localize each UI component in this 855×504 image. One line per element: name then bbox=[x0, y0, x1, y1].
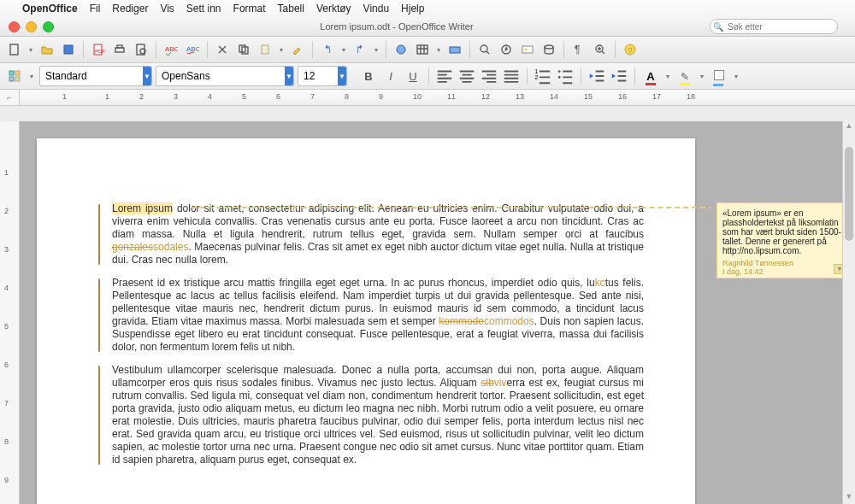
format-paintbrush-button[interactable] bbox=[288, 40, 307, 59]
menu-format[interactable]: Format bbox=[233, 3, 266, 15]
paste-dropdown[interactable]: ▾ bbox=[277, 46, 286, 54]
comment-note[interactable]: «Lorem ipsum» er en plassholdertekst på … bbox=[716, 202, 850, 278]
italic-button[interactable]: I bbox=[381, 67, 400, 85]
print-preview-button[interactable] bbox=[132, 40, 150, 59]
font-color-dropdown[interactable]: ▾ bbox=[663, 73, 672, 80]
datasources-button[interactable] bbox=[540, 40, 558, 59]
increase-indent-button[interactable] bbox=[610, 67, 628, 85]
find-button[interactable] bbox=[475, 40, 494, 59]
paragraph-style-combo[interactable]: ▼ bbox=[39, 66, 152, 86]
vertical-scrollbar[interactable]: ▲ ▼ bbox=[842, 121, 855, 504]
underline-button[interactable]: U bbox=[404, 67, 422, 85]
ruler-tick: 4 bbox=[208, 92, 212, 101]
bg-color-dropdown[interactable]: ▾ bbox=[732, 73, 740, 80]
new-doc-dropdown[interactable]: ▾ bbox=[27, 46, 35, 54]
align-right-button[interactable] bbox=[480, 67, 498, 85]
menu-fil[interactable]: Fil bbox=[90, 3, 101, 15]
scroll-down-icon[interactable]: ▼ bbox=[843, 492, 855, 504]
bold-button[interactable]: B bbox=[359, 67, 378, 85]
decrease-indent-button[interactable] bbox=[587, 67, 606, 85]
workspace: 1 2 3 4 5 6 7 8 9 10 Lorem ipsum dolor s… bbox=[0, 121, 855, 504]
undo-button[interactable] bbox=[318, 40, 337, 59]
ruler-tick: 2 bbox=[139, 92, 144, 101]
search-input[interactable] bbox=[710, 19, 838, 34]
vertical-ruler[interactable]: 1 2 3 4 5 6 7 8 9 10 bbox=[0, 121, 20, 504]
paragraph[interactable]: Vestibulum ullamcorper scelerisque males… bbox=[112, 364, 644, 466]
menu-vis[interactable]: Vis bbox=[160, 3, 174, 15]
redo-dropdown[interactable]: ▾ bbox=[372, 46, 380, 54]
font-size-input[interactable] bbox=[298, 67, 338, 85]
menu-settinn[interactable]: Sett inn bbox=[186, 3, 221, 15]
app-name[interactable]: OpenOffice bbox=[22, 3, 78, 15]
table-button[interactable] bbox=[413, 40, 432, 59]
font-name-caret[interactable]: ▼ bbox=[285, 67, 293, 85]
print-button[interactable] bbox=[110, 40, 129, 59]
show-draw-button[interactable] bbox=[445, 40, 464, 59]
comment-time: I dag, 14:42 bbox=[722, 267, 764, 276]
svg-rect-14 bbox=[417, 45, 428, 54]
highlight-dropdown[interactable]: ▾ bbox=[698, 73, 706, 80]
nonprinting-button[interactable]: ¶ bbox=[569, 40, 588, 59]
bullet-list-button[interactable] bbox=[556, 67, 575, 85]
page[interactable]: Lorem ipsum dolor sit amet, consectettur… bbox=[37, 138, 695, 504]
help-button[interactable]: ? bbox=[621, 40, 640, 59]
export-pdf-button[interactable]: PDF bbox=[89, 40, 108, 59]
redo-button[interactable] bbox=[351, 40, 369, 59]
cut-button[interactable] bbox=[213, 40, 232, 59]
paragraph[interactable]: Lorem ipsum dolor sit amet, consectettur… bbox=[112, 202, 644, 267]
minimize-icon[interactable] bbox=[26, 21, 37, 32]
svg-point-13 bbox=[397, 45, 405, 54]
ruler-tick: 14 bbox=[550, 92, 558, 101]
new-doc-button[interactable] bbox=[5, 40, 24, 59]
svg-point-16 bbox=[481, 45, 487, 52]
gallery-button[interactable] bbox=[518, 40, 537, 59]
navigator-button[interactable] bbox=[497, 40, 516, 59]
horizontal-ruler[interactable]: ⌐ 1 1 2 3 4 5 6 7 8 9 10 11 12 13 14 15 … bbox=[0, 90, 855, 106]
scroll-up-icon[interactable]: ▲ bbox=[843, 121, 855, 133]
font-size-caret[interactable]: ▼ bbox=[338, 67, 346, 85]
paste-button[interactable] bbox=[256, 40, 274, 59]
table-dropdown[interactable]: ▾ bbox=[434, 46, 443, 54]
align-justify-button[interactable] bbox=[502, 67, 521, 85]
align-center-button[interactable] bbox=[457, 67, 476, 85]
menu-tabell[interactable]: Tabell bbox=[278, 3, 304, 15]
spellcheck-button[interactable]: ABC bbox=[162, 40, 180, 59]
numbered-list-button[interactable]: 12 bbox=[534, 67, 552, 85]
document-canvas[interactable]: Lorem ipsum dolor sit amet, consectettur… bbox=[20, 121, 855, 504]
font-name-combo[interactable]: ▼ bbox=[156, 66, 294, 86]
ruler-tick: 8 bbox=[345, 92, 349, 101]
open-button[interactable] bbox=[38, 40, 56, 59]
close-icon[interactable] bbox=[9, 21, 20, 32]
zoom-button[interactable] bbox=[591, 40, 610, 59]
bg-color-button[interactable] bbox=[710, 67, 728, 85]
font-name-input[interactable] bbox=[156, 67, 285, 85]
change-bar-icon bbox=[98, 278, 100, 352]
svg-text:¶: ¶ bbox=[575, 44, 580, 56]
font-color-button[interactable]: A bbox=[641, 67, 660, 85]
comment-text: «Lorem ipsum» er en plassholdertekst på … bbox=[722, 208, 844, 255]
zoom-icon[interactable] bbox=[43, 21, 54, 32]
styles-window-button[interactable] bbox=[5, 67, 24, 85]
inserted-text: sodales bbox=[153, 241, 188, 253]
copy-button[interactable] bbox=[234, 40, 253, 59]
highlight-button[interactable]: ✎ bbox=[675, 67, 694, 85]
ruler-tick: 1 bbox=[4, 168, 9, 177]
paragraph-style-caret[interactable]: ▼ bbox=[143, 67, 151, 85]
menu-hjelp[interactable]: Hjelp bbox=[401, 3, 424, 15]
auto-spellcheck-button[interactable]: ABC bbox=[183, 40, 202, 59]
styles-window-dropdown[interactable]: ▾ bbox=[27, 73, 36, 80]
save-button[interactable] bbox=[59, 40, 78, 59]
inserted-text: commodos bbox=[484, 315, 534, 327]
scrollbar-thumb[interactable] bbox=[845, 147, 853, 241]
font-size-combo[interactable]: ▼ bbox=[298, 66, 347, 86]
paragraph-style-input[interactable] bbox=[40, 67, 143, 85]
undo-dropdown[interactable]: ▾ bbox=[339, 46, 348, 54]
hyperlink-button[interactable] bbox=[392, 40, 410, 59]
menu-vindu[interactable]: Vindu bbox=[363, 3, 389, 15]
ruler-tick: 17 bbox=[652, 92, 661, 101]
menu-verktoy[interactable]: Verktøy bbox=[316, 3, 351, 15]
menu-rediger[interactable]: Rediger bbox=[112, 3, 148, 15]
paragraph[interactable]: Praesent id ex tristique arcu mattis fri… bbox=[112, 277, 644, 354]
horizontal-ruler-strip: 1 1 2 3 4 5 6 7 8 9 10 11 12 13 14 15 16… bbox=[20, 90, 855, 105]
align-left-button[interactable] bbox=[435, 67, 454, 85]
